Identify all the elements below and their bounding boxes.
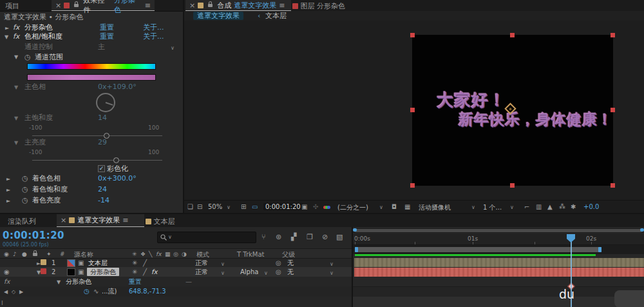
tab-layer[interactable]: 图层 分形杂色 — [292, 1, 345, 11]
target-region-icon[interactable]: ◘ — [392, 203, 397, 210]
blend-mode-select[interactable]: 正常 — [195, 259, 208, 267]
transparency-grid-icon[interactable]: ▦ — [404, 203, 410, 210]
exposure-value[interactable]: +0.0 — [583, 203, 599, 210]
property-row[interactable]: ◀ ◇ ▶ ◷ ∿ ...流) 648.8,-71.3 — [0, 286, 352, 297]
tab-project[interactable]: 项目 — [5, 1, 19, 11]
stopwatch-icon[interactable]: ◷ — [22, 196, 28, 204]
scrollbar-thumb[interactable] — [614, 290, 644, 307]
next-keyframe-icon[interactable]: ▶ — [19, 288, 23, 296]
colorize-saturation-value[interactable]: 24 — [98, 185, 107, 193]
selection-handle[interactable] — [410, 33, 415, 37]
saturation-slider-track[interactable] — [32, 135, 162, 136]
panel-menu-icon[interactable]: ≡ — [279, 1, 285, 10]
hue-dial[interactable] — [96, 93, 115, 112]
prev-keyframe-icon[interactable]: ◀ — [4, 288, 8, 296]
master-saturation-value[interactable]: 14 — [98, 114, 107, 122]
colorize-hue-value[interactable]: 0x+300.0° — [98, 174, 137, 183]
close-icon[interactable]: × — [189, 1, 195, 10]
lock-icon[interactable] — [74, 4, 79, 7]
work-area-start-handle[interactable] — [355, 247, 358, 252]
navigator-end-handle[interactable] — [640, 228, 644, 232]
fx-switch[interactable]: fx — [151, 268, 157, 276]
reset-button[interactable]: 重置 — [129, 277, 142, 286]
expander-expanded-icon[interactable]: ▼ — [14, 114, 18, 123]
selection-handle[interactable] — [611, 33, 615, 37]
chevron-down-icon[interactable]: ∨ — [510, 204, 514, 210]
timeline-search-input[interactable]: ∨ — [157, 232, 256, 243]
fx-badge-icon[interactable]: fx — [13, 23, 19, 32]
search-options-chevron-icon[interactable]: ∨ — [168, 234, 172, 240]
magnification-value[interactable]: 50% — [208, 203, 222, 210]
colorize-lightness-value[interactable]: -14 — [98, 196, 109, 204]
layer-bar-fractal-noise[interactable] — [354, 268, 644, 277]
selection-handle[interactable] — [510, 183, 515, 188]
about-button[interactable]: 关于... — [143, 32, 164, 41]
channel-colors-icon[interactable] — [325, 203, 330, 210]
layer-label-color[interactable] — [41, 268, 46, 274]
layer-bar-text[interactable] — [354, 258, 644, 267]
expander-collapsed-icon[interactable]: ► — [6, 197, 10, 205]
composition-frame[interactable]: 大家好！ 新年快乐，身体健康！ — [412, 35, 613, 186]
tab-render-queue[interactable]: 渲染队列 — [8, 217, 36, 226]
expander-collapsed-icon[interactable]: ► — [6, 186, 10, 194]
time-navigator[interactable] — [353, 228, 644, 233]
eye-visibility-icon[interactable]: ◉ — [4, 268, 10, 276]
quality-switch[interactable]: ╱ — [143, 259, 147, 267]
reset-button[interactable]: 重置 — [100, 32, 114, 41]
tab-text-layer[interactable]: 文本层 — [146, 217, 175, 226]
stopwatch-icon[interactable]: ◷ — [24, 53, 31, 61]
frame-blending-icon[interactable]: ▞ — [291, 233, 296, 241]
property-value[interactable]: 648.8,-71.3 — [129, 287, 166, 295]
fast-previews-icon[interactable]: ▥ — [536, 203, 542, 210]
selection-handle[interactable] — [410, 108, 415, 112]
work-area-end-handle[interactable] — [598, 247, 601, 252]
pixel-aspect-icon[interactable]: ⌐ — [524, 203, 529, 210]
hue-spectrum-bar[interactable] — [27, 63, 156, 70]
expander-collapsed-icon[interactable]: ► — [5, 24, 9, 32]
layer-row-2[interactable]: ◉ ▼ 2 ▣ 分形杂色 ✳ ╱ fx 正常 ∨ Alpha ∨ ◎ 无 ∨ — [0, 267, 352, 277]
stopwatch-icon[interactable]: ◷ — [22, 185, 28, 193]
effect-hue-saturation-name[interactable]: 色相/饱和度 — [24, 32, 62, 41]
primary-viewer-icon[interactable]: ⊟ — [197, 203, 202, 210]
expander-expanded-icon[interactable]: ▼ — [5, 33, 8, 41]
blend-mode-select[interactable]: 正常 — [195, 268, 208, 276]
parent-select[interactable]: 无 — [287, 268, 294, 276]
expander-expanded-icon[interactable]: ▼ — [14, 83, 18, 92]
add-keyframe-icon[interactable]: ◇ — [12, 288, 15, 296]
exposure-reset-icon[interactable]: ✱ — [571, 203, 576, 210]
viewer-canvas[interactable]: 大家好！ 新年快乐，身体健康！ — [184, 21, 644, 200]
tab-composition[interactable]: × 合成 遮罩文字效果 ≡ — [185, 0, 291, 11]
tab-effect-controls[interactable]: × 效果控件 分形杂色 ≡ — [52, 0, 155, 11]
chevron-down-icon[interactable]: ∨ — [171, 44, 175, 52]
effect-name[interactable]: 分形杂色 — [66, 277, 91, 286]
expander-expanded-icon[interactable]: ▼ — [57, 278, 61, 286]
timeline-button-icon[interactable]: ▲ — [547, 203, 553, 210]
tab-timeline-comp[interactable]: × 遮罩文字效果 ≡ — [57, 214, 144, 227]
close-icon[interactable]: × — [61, 216, 66, 224]
chevron-down-icon[interactable]: ∨ — [471, 204, 475, 210]
collapse-switch[interactable]: ✳ — [132, 259, 137, 267]
chevron-down-icon[interactable]: ∨ — [379, 204, 383, 210]
chevron-down-icon[interactable]: ∨ — [227, 204, 231, 210]
always-preview-icon[interactable]: ❏ — [187, 203, 193, 210]
reset-button[interactable]: 重置 — [100, 23, 114, 32]
effect-row[interactable]: fx ▼ 分形杂色 重置 — — [0, 277, 352, 286]
stopwatch-active-icon[interactable]: ◷ — [84, 287, 90, 295]
time-ruler[interactable]: 0:00s 01s 02s — [353, 233, 644, 245]
current-timecode[interactable]: 0:00:01:20 — [3, 230, 64, 241]
expander-expanded-icon[interactable]: ▼ — [14, 53, 18, 61]
parent-pickwhip-icon[interactable]: ◎ — [276, 268, 281, 276]
panel-menu-icon[interactable]: ≡ — [122, 216, 128, 224]
work-area-bar[interactable] — [355, 247, 601, 252]
panel-menu-icon[interactable]: ≡ — [145, 1, 151, 10]
snapshot-camera-icon[interactable]: ▣ — [301, 203, 307, 210]
active-camera-value[interactable]: 活动摄像机 — [419, 203, 451, 212]
channel-control-value[interactable]: 主 — [98, 43, 105, 51]
selection-handle[interactable] — [611, 108, 615, 112]
breadcrumb-comp[interactable]: 遮罩文字效果 — [193, 12, 243, 20]
about-button[interactable]: 关于... — [143, 23, 164, 32]
colorize-checkbox[interactable]: ✓ — [98, 165, 105, 172]
draft-3d-icon[interactable]: ⊛ — [276, 233, 281, 241]
close-icon[interactable]: × — [55, 1, 61, 10]
view-layout-value[interactable]: 1 个... — [483, 203, 502, 212]
